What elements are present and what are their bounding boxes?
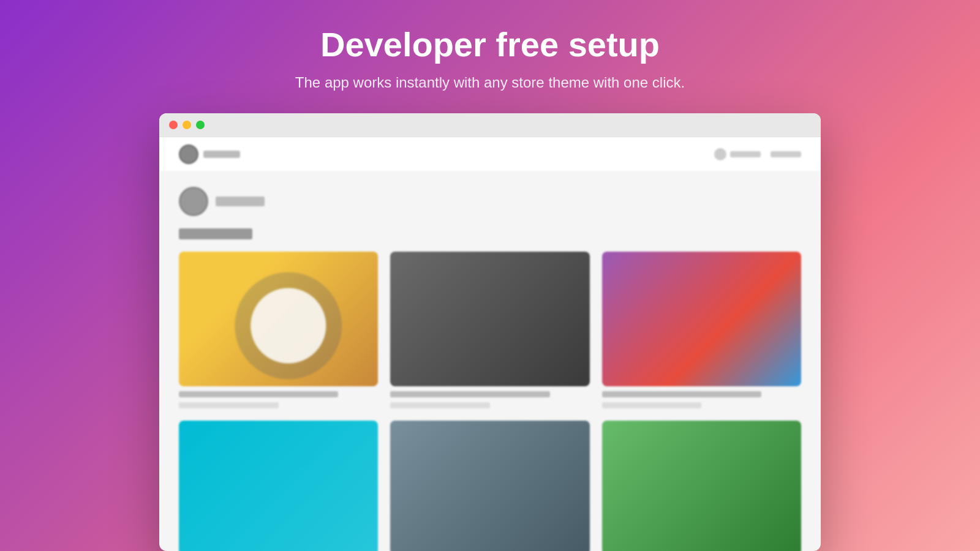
store-nav <box>159 137 821 172</box>
product-card-4[interactable] <box>179 421 378 551</box>
browser-content <box>159 137 821 551</box>
product-card-6[interactable] <box>602 421 801 551</box>
product-image-1 <box>179 252 378 386</box>
browser-dot-minimize[interactable] <box>183 121 191 129</box>
product-image-6 <box>602 421 801 551</box>
nav-pill-2 <box>771 151 801 157</box>
store-nav-name <box>203 151 240 158</box>
product-price-1 <box>179 402 279 408</box>
store-name-label <box>216 197 265 206</box>
browser-dot-close[interactable] <box>169 121 178 129</box>
nav-pill-1 <box>714 148 761 160</box>
nav-label-1 <box>730 151 761 157</box>
product-name-3 <box>602 391 761 397</box>
store-logo-big <box>179 187 208 216</box>
product-image-4 <box>179 421 378 551</box>
product-card-3[interactable] <box>602 252 801 408</box>
product-price-2 <box>390 402 490 408</box>
product-name-1 <box>179 391 338 397</box>
nav-label-2 <box>771 151 801 157</box>
store-nav-right <box>714 148 801 160</box>
product-price-3 <box>602 402 702 408</box>
page-subtitle: The app works instantly with any store t… <box>295 74 685 91</box>
product-name-2 <box>390 391 549 397</box>
store-nav-left <box>179 144 240 164</box>
nav-icon-1 <box>714 148 726 160</box>
browser-dot-maximize[interactable] <box>196 121 205 129</box>
products-heading <box>179 228 252 239</box>
store-logo-section <box>159 172 821 223</box>
products-grid <box>179 252 801 551</box>
page-title: Developer free setup <box>320 24 660 64</box>
products-section <box>159 223 821 551</box>
browser-window: Get 20% off our new collection NEW20 Sho… <box>159 113 821 551</box>
product-image-2 <box>390 252 589 386</box>
product-card-1[interactable] <box>179 252 378 408</box>
product-image-5 <box>390 421 589 551</box>
product-image-3 <box>602 252 801 386</box>
product-card-5[interactable] <box>390 421 589 551</box>
store-nav-logo <box>179 144 198 164</box>
browser-chrome <box>159 113 821 137</box>
product-card-2[interactable] <box>390 252 589 408</box>
